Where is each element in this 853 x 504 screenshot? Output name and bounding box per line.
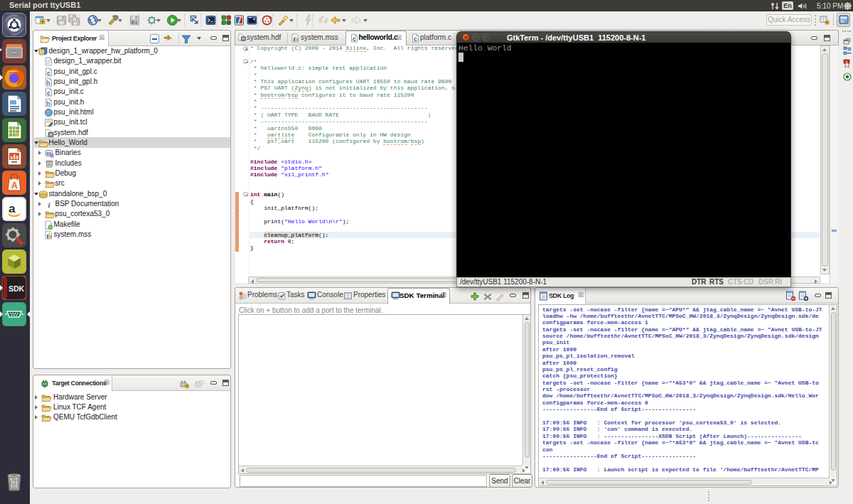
svg-text:SDK: SDK	[9, 284, 25, 293]
svg-text:h: h	[47, 100, 50, 107]
svg-text:c: c	[47, 69, 50, 76]
svg-text:h: h	[47, 79, 50, 86]
svg-text:a: a	[9, 202, 16, 215]
svg-text:A: A	[845, 60, 848, 64]
svg-text:c: c	[414, 36, 417, 43]
svg-text:c: c	[353, 36, 356, 43]
svg-text:101: 101	[132, 21, 138, 24]
svg-text:A: A	[11, 181, 18, 191]
svg-text:i: i	[48, 200, 51, 209]
svg-text:C: C	[841, 19, 844, 23]
svg-text:c: c	[47, 89, 50, 96]
